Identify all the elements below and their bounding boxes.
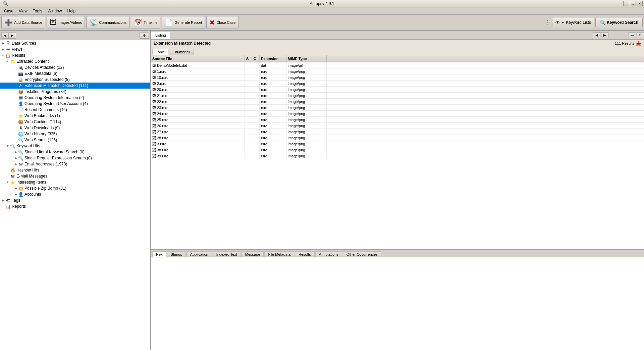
keyword-lists-button[interactable]: 👁 ▼ Keyword Lists [552,18,594,27]
expand-reports[interactable] [1,204,5,209]
table-row[interactable]: 🖼25.rsrc rsrc image/png [151,117,644,123]
table-row[interactable]: 🖼3.rsrc rsrc image/png [151,141,644,147]
bottom-tab-indexed-text[interactable]: Indexed Text [213,251,241,257]
tree-accounts[interactable]: ▶ 👤 Accounts [0,191,150,197]
communications-button[interactable]: 📡 Communications [86,16,129,29]
add-data-source-button[interactable]: ➕ Add Data Source [1,16,45,29]
settings-button[interactable]: ⚙ [140,33,149,39]
tree-web-downloads[interactable]: ⬇ Web Downloads (9) [0,125,150,131]
menu-view[interactable]: View [16,8,30,14]
tree-web-cookies[interactable]: 🍪 Web Cookies (1114) [0,119,150,125]
maximize-button[interactable]: □ [630,1,636,6]
expand-email-addresses[interactable]: ▶ [13,162,18,166]
th-s[interactable]: S [245,55,252,62]
bottom-tab-hex[interactable]: Hex [152,251,166,257]
tree-email-addresses[interactable]: ▶ ✉ Email Addresses (1978) [0,161,150,167]
table-row[interactable]: 🖼2.rsrc rsrc image/png [151,81,644,87]
expand-os-user[interactable] [13,101,18,106]
table-row[interactable]: 🖼10.rsrc rsrc image/png [151,74,644,81]
expand-web-search[interactable] [13,138,18,142]
menu-window[interactable]: Window [45,8,65,14]
tree-encryption-suspected[interactable]: 🔒 Encryption Suspected (8) [0,77,150,83]
expand-single-literal[interactable]: ▶ [13,150,18,154]
expand-hashset-hits[interactable] [5,168,10,172]
menu-help[interactable]: Help [65,8,78,14]
table-row[interactable]: 🖼21.rsrc rsrc image/png [151,93,644,99]
bottom-tab-results[interactable]: Results [295,251,315,257]
bottom-tab-message[interactable]: Message [241,251,264,257]
table-row[interactable]: 🖼26.rsrc rsrc image/png [151,123,644,129]
tree-keyword-hits[interactable]: ▼ 🔍 Keyword Hits [0,143,150,149]
expand-web-cookies[interactable] [13,119,18,124]
content-forward-button[interactable]: ▶ [601,32,608,38]
expand-interesting-items[interactable]: ▼ [5,180,10,185]
subtab-thumbnail[interactable]: Thumbnail [169,49,194,55]
expand-single-regex[interactable]: ▶ [13,156,18,160]
minimize-button[interactable]: — [623,1,629,6]
tree-single-regex[interactable]: ▶ 🔍 Single Regular Expression Search (0) [0,155,150,161]
bottom-tab-application[interactable]: Application [186,251,212,257]
tree-installed-programs[interactable]: 📦 Installed Programs (34) [0,89,150,95]
close-button[interactable]: ✕ [637,1,643,6]
expand-recent-docs[interactable] [13,107,18,112]
table-row[interactable]: 🖼24.rsrc rsrc image/png [151,111,644,117]
expand-devices-attached[interactable] [13,65,18,70]
tree-extension-mismatch[interactable]: ⚠ Extension Mismatch Detected (111) [0,83,150,89]
forward-button[interactable]: ▶ [9,33,16,39]
bottom-tab-strings[interactable]: Strings [167,251,186,257]
expand-keyword-hits[interactable]: ▼ [5,144,10,148]
expand-installed-programs[interactable] [13,89,18,94]
subtab-table[interactable]: Table [152,49,168,55]
expand-web-bookmarks[interactable] [13,113,18,118]
table-row[interactable]: 🖼38.rsrc rsrc image/png [151,147,644,153]
tree-possible-zip-bomb[interactable]: ▶ 💥 Possible Zip Bomb (31) [0,185,150,191]
table-row[interactable]: 🖼28.rsrc rsrc image/png [151,135,644,141]
expand-web-history[interactable] [13,132,18,136]
table-row[interactable]: 🖼22.rsrc rsrc image/png [151,99,644,105]
expand-exif[interactable] [13,71,18,76]
expand-accounts[interactable]: ▶ [13,192,18,197]
expand-extracted-content[interactable]: ▼ [5,59,10,64]
menu-tools[interactable]: Tools [30,8,45,14]
back-button[interactable]: ◀ [1,33,9,39]
tree-interesting-items[interactable]: ▼ ⭐ Interesting Items [0,179,150,185]
tree-reports[interactable]: 📊 Reports [0,203,150,209]
bottom-tab-annotations[interactable]: Annotations [315,251,342,257]
content-back-button[interactable]: ◀ [593,32,600,38]
generate-report-button[interactable]: 📄 Generate Report [162,16,205,29]
table-row[interactable]: 🖼39.rsrc rsrc image/png [151,153,644,159]
tree-os-information[interactable]: 💻 Operating System Information (2) [0,95,150,101]
panel-maximize-button[interactable]: □ [637,32,644,38]
timeline-button[interactable]: 📅 Timeline [131,16,160,29]
bottom-tab-file-metadata[interactable]: File Metadata [264,251,294,257]
expand-views[interactable]: ▶ [1,47,5,52]
tree-email-messages[interactable]: ✉ E-Mail Messages [0,173,150,179]
listing-tab[interactable]: Listing [151,32,170,39]
expand-encryption[interactable] [13,77,18,82]
tree-views[interactable]: ▶ 👁 Views [0,46,150,52]
table-row[interactable]: 🖼1.rsrc rsrc image/png [151,68,644,74]
table-row[interactable]: 🖼23.rsrc rsrc image/png [151,105,644,111]
export-button[interactable]: 📤 [636,41,641,46]
tree-os-user-account[interactable]: 👤 Operating System User Account (4) [0,101,150,107]
expand-results[interactable]: ▼ [1,53,5,58]
close-case-button[interactable]: ✖ Close Case [206,16,238,29]
table-row[interactable]: 🖼20.rsrc rsrc image/png [151,87,644,93]
expand-data-sources[interactable]: ▶ [1,41,5,46]
tree-web-history[interactable]: 🌐 Web History (325) [0,131,150,137]
keyword-search-button[interactable]: 🔍 Keyword Search [595,18,643,27]
tree-web-bookmarks[interactable]: ⭐ Web Bookmarks (1) [0,113,150,119]
expand-web-downloads[interactable] [13,126,18,130]
images-videos-button[interactable]: 🖼 Images/Videos [47,16,85,29]
tree-single-literal[interactable]: ▶ 🔍 Single Literal Keyword Search (0) [0,149,150,155]
tree-devices-attached[interactable]: 🔌 Devices Attached (12) [0,64,150,70]
expand-tags[interactable]: ▶ [1,198,5,203]
tree-web-search[interactable]: 🔍 Web Search (126) [0,137,150,143]
menu-case[interactable]: Case [1,8,16,14]
tree-exif-metadata[interactable]: 📷 EXIF Metadata (6) [0,70,150,77]
bottom-tab-other-occurrences[interactable]: Other Occurrences [343,251,381,257]
th-source-file[interactable]: Source File [151,55,245,62]
th-c[interactable]: C [252,55,260,62]
tree-hashset-hits[interactable]: 🔥 Hashset Hits [0,167,150,173]
expand-extension-mismatch[interactable] [13,83,18,88]
